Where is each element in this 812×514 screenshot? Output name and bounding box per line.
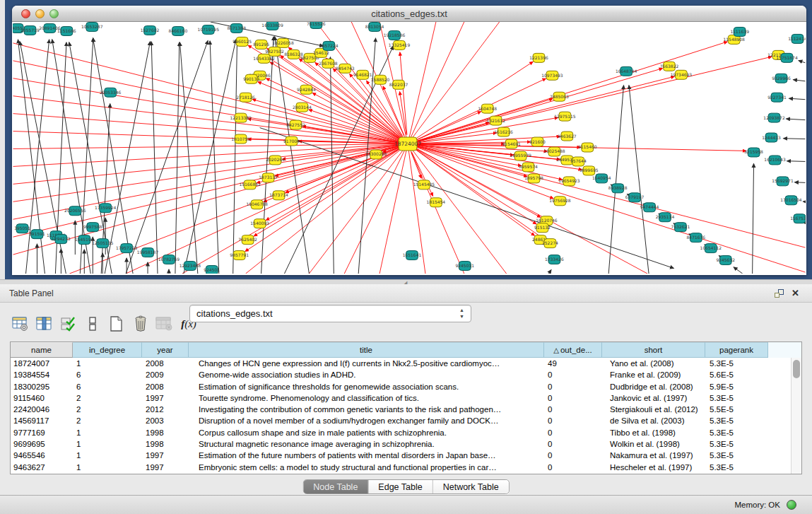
graph-node[interactable]: 7532621: [671, 223, 690, 232]
graph-node[interactable]: 15692971: [772, 177, 794, 186]
graph-node[interactable]: 16955979: [510, 151, 531, 160]
graph-node[interactable]: 8466160: [169, 26, 188, 35]
graph-node[interactable]: 17016504: [780, 196, 802, 205]
graph-node[interactable]: 921600: [529, 137, 546, 146]
graph-node[interactable]: 16648784: [616, 66, 637, 76]
graph-node[interactable]: 16210643: [764, 156, 786, 165]
graph-node[interactable]: 924501: [204, 266, 220, 274]
graph-node[interactable]: 8215958: [744, 148, 763, 157]
graph-node[interactable]: 1815454: [427, 198, 446, 207]
column-header-in_degree[interactable]: in_degree: [73, 342, 142, 358]
graph-node[interactable]: 1244413: [762, 133, 781, 142]
column-header-title[interactable]: title: [189, 342, 544, 358]
table-row[interactable]: 946362711997Embryonic stem cells: a mode…: [11, 462, 791, 473]
column-header-name[interactable]: name: [11, 342, 73, 358]
graph-node[interactable]: 1588520: [371, 75, 390, 84]
graph-node[interactable]: 15166852: [239, 180, 261, 189]
memory-ok-indicator[interactable]: [787, 500, 796, 510]
graph-node[interactable]: 1167533: [790, 214, 806, 223]
table-row[interactable]: 969969511998Structural magnetic resonanc…: [11, 438, 791, 450]
graph-node[interactable]: 252274: [542, 239, 558, 248]
table-row[interactable]: 1872400712008Changes of HCN gene express…: [11, 358, 791, 369]
column-header-year[interactable]: year: [142, 342, 189, 358]
graph-node[interactable]: 15145485: [413, 180, 435, 189]
table-settings-icon[interactable]: [10, 313, 31, 334]
graph-node[interactable]: 917004: [283, 136, 300, 146]
graph-node[interactable]: 17957223: [116, 244, 138, 253]
table-row[interactable]: 946554611997Estimation of the future num…: [11, 450, 791, 461]
graph-node[interactable]: 20206556: [64, 206, 86, 216]
graph-node[interactable]: 18226058: [272, 38, 294, 47]
table-selector-dropdown[interactable]: citations_edges.txt ▲▼: [189, 305, 471, 322]
table-vertical-scrollbar[interactable]: [791, 358, 801, 474]
graph-node[interactable]: 10653287: [81, 22, 103, 31]
window-titlebar[interactable]: citations_edges.txt: [12, 6, 806, 22]
graph-node[interactable]: 2367608: [319, 59, 338, 68]
table-row[interactable]: 977716911998Corpus callosum shape and si…: [11, 427, 791, 438]
graph-node[interactable]: 395051: [14, 224, 30, 233]
graph-node[interactable]: 1527602: [141, 25, 160, 35]
graph-node[interactable]: 10719195: [198, 25, 220, 34]
graph-node[interactable]: 16782759: [158, 255, 180, 264]
column-select-icon[interactable]: [34, 313, 55, 334]
graph-node[interactable]: 10025488: [543, 147, 565, 156]
graph-node[interactable]: 8427552: [286, 120, 305, 129]
graph-node[interactable]: 19654923: [558, 177, 580, 186]
graph-node[interactable]: 391591: [29, 230, 45, 239]
graph-node[interactable]: 12093872: [763, 113, 785, 122]
float-panel-icon[interactable]: [775, 289, 784, 298]
graph-node[interactable]: 16033809: [261, 22, 283, 30]
network-canvas[interactable]: 9960125891295182260589827502818632898275…: [13, 22, 806, 274]
graph-node[interactable]: 9960125: [233, 37, 252, 46]
graph-node[interactable]: 9115460: [578, 143, 597, 152]
graph-node[interactable]: 9154691: [502, 139, 521, 148]
graph-node[interactable]: 9227341: [767, 93, 787, 102]
tab-edge-table[interactable]: Edge Table: [368, 480, 433, 493]
panel-splitter[interactable]: ◢: [0, 279, 812, 284]
tab-node-table[interactable]: Node Table: [303, 480, 368, 493]
graph-node[interactable]: 915132: [534, 223, 551, 233]
graph-node[interactable]: 2020264: [266, 156, 285, 165]
graph-node[interactable]: 9329966: [772, 74, 791, 83]
graph-node[interactable]: 10654112: [700, 244, 722, 253]
graph-node[interactable]: 1221396: [529, 53, 548, 62]
graph-node[interactable]: 12975115: [554, 112, 576, 121]
graph-node[interactable]: 19756928: [549, 197, 571, 206]
graph-node[interactable]: 1640954: [592, 174, 611, 183]
graph-node[interactable]: 1294273: [52, 235, 71, 244]
table-row[interactable]: 1456911722003Disruption of a novel membe…: [11, 415, 791, 426]
graph-node[interactable]: 7625402: [238, 235, 257, 245]
graph-node[interactable]: 9857791: [230, 251, 249, 260]
graph-node[interactable]: 8938928: [608, 184, 628, 193]
graph-node[interactable]: 891295: [253, 40, 269, 49]
scrollbar-thumb[interactable]: [793, 360, 800, 378]
new-table-icon[interactable]: [106, 313, 127, 334]
graph-node[interactable]: 8471676: [687, 233, 706, 243]
column-header-out_de[interactable]: △out_de...: [544, 342, 602, 358]
graph-node[interactable]: 12213382: [230, 113, 252, 122]
graph-node[interactable]: 1810755: [231, 134, 250, 144]
graph-node[interactable]: 1616216: [494, 127, 513, 136]
graph-node[interactable]: 1151686: [57, 26, 76, 35]
graph-node[interactable]: 9463627: [558, 132, 577, 141]
graph-node[interactable]: 2935114: [656, 213, 675, 222]
delete-table-icon[interactable]: [130, 313, 151, 334]
row-select-icon[interactable]: [58, 313, 79, 334]
graph-node[interactable]: 2055719: [20, 25, 40, 35]
close-panel-icon[interactable]: ✕: [792, 288, 799, 298]
graph-node[interactable]: 7485063: [550, 92, 569, 101]
graph-node[interactable]: 9899695: [579, 166, 599, 175]
column-header-short[interactable]: short: [602, 342, 705, 358]
graph-node[interactable]: 7663822: [660, 62, 679, 71]
graph-node[interactable]: 990133: [243, 74, 259, 83]
table-row[interactable]: 2242004622012Investigating the contribut…: [11, 404, 791, 415]
table-row[interactable]: 911546021997Tourette syndrome. Phenomeno…: [11, 392, 791, 404]
graph-node[interactable]: 957644: [570, 157, 587, 166]
graph-node[interactable]: 9146821: [353, 70, 372, 79]
graph-node[interactable]: 13325419: [389, 40, 411, 49]
graph-node[interactable]: 19734693: [671, 70, 693, 79]
graph-node[interactable]: 1545194: [75, 235, 94, 245]
graph-node[interactable]: 8671388: [227, 23, 246, 33]
graph-node[interactable]: 2803144: [293, 103, 312, 112]
graph-node[interactable]: 19218586: [384, 30, 406, 40]
